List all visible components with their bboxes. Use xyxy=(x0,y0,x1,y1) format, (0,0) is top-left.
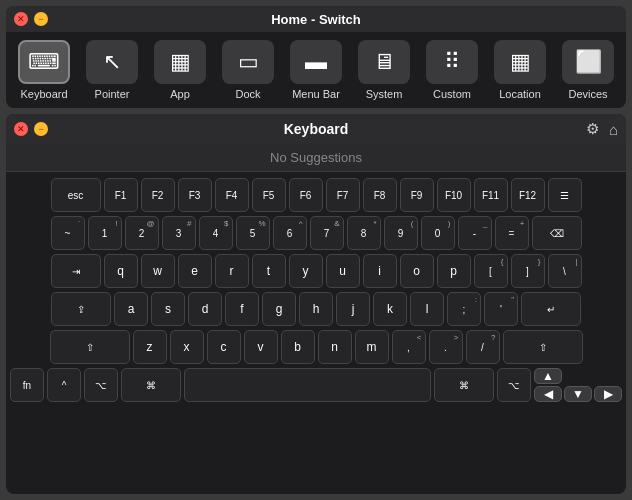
icon-box-location: ▦ xyxy=(494,40,546,84)
key-semicolon[interactable]: :; xyxy=(447,292,481,326)
key-e[interactable]: e xyxy=(178,254,212,288)
keyboard-close-button[interactable]: ✕ xyxy=(14,122,28,136)
key-s[interactable]: s xyxy=(151,292,185,326)
key-f11[interactable]: F11 xyxy=(474,178,508,212)
key-i[interactable]: i xyxy=(363,254,397,288)
key-t[interactable]: t xyxy=(252,254,286,288)
key-5[interactable]: %5 xyxy=(236,216,270,250)
key-w[interactable]: w xyxy=(141,254,175,288)
key-q[interactable]: q xyxy=(104,254,138,288)
key-equal[interactable]: += xyxy=(495,216,529,250)
key-g[interactable]: g xyxy=(262,292,296,326)
key-comma[interactable]: <, xyxy=(392,330,426,364)
minimize-button[interactable]: − xyxy=(34,12,48,26)
home-button[interactable]: ⌂ xyxy=(609,121,618,138)
key-p[interactable]: p xyxy=(437,254,471,288)
key-o[interactable]: o xyxy=(400,254,434,288)
key-cmd-left[interactable]: ⌘ xyxy=(121,368,181,402)
key-space[interactable] xyxy=(184,368,431,402)
keyboard-title: Keyboard xyxy=(284,121,349,137)
key-rbracket[interactable]: }] xyxy=(511,254,545,288)
key-option-right[interactable]: ⌥ xyxy=(497,368,531,402)
key-shift-right[interactable]: ⇧ xyxy=(503,330,583,364)
key-tab[interactable]: ⇥ xyxy=(51,254,101,288)
key-arrow-right[interactable]: ▶ xyxy=(594,386,622,402)
window-controls: ✕ − xyxy=(14,12,48,26)
key-z[interactable]: z xyxy=(133,330,167,364)
key-f10[interactable]: F10 xyxy=(437,178,471,212)
key-6[interactable]: ^6 xyxy=(273,216,307,250)
key-f12[interactable]: F12 xyxy=(511,178,545,212)
key-f7[interactable]: F7 xyxy=(326,178,360,212)
icon-item-menubar[interactable]: ▬Menu Bar xyxy=(287,40,345,100)
key-f4[interactable]: F4 xyxy=(215,178,249,212)
keyboard-minimize-button[interactable]: − xyxy=(34,122,48,136)
icon-item-pointer[interactable]: ↖Pointer xyxy=(83,40,141,100)
icon-item-location[interactable]: ▦Location xyxy=(491,40,549,100)
icon-item-dock[interactable]: ▭Dock xyxy=(219,40,277,100)
key-f5[interactable]: F5 xyxy=(252,178,286,212)
key-4[interactable]: $4 xyxy=(199,216,233,250)
key-m[interactable]: m xyxy=(355,330,389,364)
key-capslock[interactable]: ⇪ xyxy=(51,292,111,326)
key-esc[interactable]: esc xyxy=(51,178,101,212)
key-quote[interactable]: "' xyxy=(484,292,518,326)
key-return[interactable]: ↵ xyxy=(521,292,581,326)
key-f1[interactable]: F1 xyxy=(104,178,138,212)
key-r[interactable]: r xyxy=(215,254,249,288)
key-backspace[interactable]: ⌫ xyxy=(532,216,582,250)
key-y[interactable]: y xyxy=(289,254,323,288)
icon-box-pointer: ↖ xyxy=(86,40,138,84)
key-7[interactable]: &7 xyxy=(310,216,344,250)
icon-label-app: App xyxy=(170,88,190,100)
key-period[interactable]: >. xyxy=(429,330,463,364)
key-3[interactable]: #3 xyxy=(162,216,196,250)
key-a[interactable]: a xyxy=(114,292,148,326)
icon-item-system[interactable]: 🖥System xyxy=(355,40,413,100)
key-l[interactable]: l xyxy=(410,292,444,326)
key-2[interactable]: @2 xyxy=(125,216,159,250)
key-f8[interactable]: F8 xyxy=(363,178,397,212)
key-v[interactable]: v xyxy=(244,330,278,364)
key-9[interactable]: (9 xyxy=(384,216,418,250)
key-backslash[interactable]: |\ xyxy=(548,254,582,288)
key-f[interactable]: f xyxy=(225,292,259,326)
key-0[interactable]: )0 xyxy=(421,216,455,250)
icon-label-dock: Dock xyxy=(235,88,260,100)
key-arrow-left[interactable]: ◀ xyxy=(534,386,562,402)
key-ctrl[interactable]: ^ xyxy=(47,368,81,402)
key-tilde[interactable]: `~ xyxy=(51,216,85,250)
key-u[interactable]: u xyxy=(326,254,360,288)
close-button[interactable]: ✕ xyxy=(14,12,28,26)
key-f3[interactable]: F3 xyxy=(178,178,212,212)
icon-item-custom[interactable]: ⠿Custom xyxy=(423,40,481,100)
icon-item-keyboard[interactable]: ⌨Keyboard xyxy=(15,40,73,100)
key-slash[interactable]: ?/ xyxy=(466,330,500,364)
key-lbracket[interactable]: {[ xyxy=(474,254,508,288)
key-8[interactable]: *8 xyxy=(347,216,381,250)
key-cmd-right[interactable]: ⌘ xyxy=(434,368,494,402)
key-arrow-up[interactable]: ▲ xyxy=(534,368,562,384)
key-minus[interactable]: _- xyxy=(458,216,492,250)
key-option-left[interactable]: ⌥ xyxy=(84,368,118,402)
key-arrow-down[interactable]: ▼ xyxy=(564,386,592,402)
key-x[interactable]: x xyxy=(170,330,204,364)
key-f2[interactable]: F2 xyxy=(141,178,175,212)
key-h[interactable]: h xyxy=(299,292,333,326)
arrow-lr-row: ◀ ▼ ▶ xyxy=(534,386,622,402)
key-n[interactable]: n xyxy=(318,330,352,364)
key-c[interactable]: c xyxy=(207,330,241,364)
key-shift-left[interactable]: ⇧ xyxy=(50,330,130,364)
settings-button[interactable]: ⚙ xyxy=(586,120,599,138)
icon-item-devices[interactable]: ⬜Devices xyxy=(559,40,617,100)
icon-item-app[interactable]: ▦App xyxy=(151,40,209,100)
key-k[interactable]: k xyxy=(373,292,407,326)
key-j[interactable]: j xyxy=(336,292,370,326)
key-fn[interactable]: fn xyxy=(10,368,44,402)
key-f6[interactable]: F6 xyxy=(289,178,323,212)
key-1[interactable]: !1 xyxy=(88,216,122,250)
key-menu[interactable]: ☰ xyxy=(548,178,582,212)
key-b[interactable]: b xyxy=(281,330,315,364)
key-f9[interactable]: F9 xyxy=(400,178,434,212)
key-d[interactable]: d xyxy=(188,292,222,326)
